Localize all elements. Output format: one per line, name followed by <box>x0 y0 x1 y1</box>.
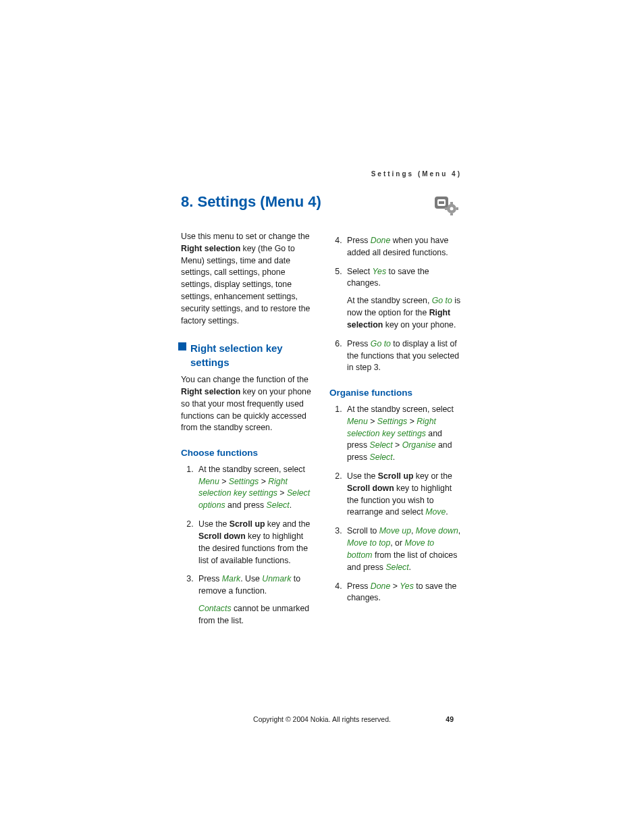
ui-text: Done <box>371 581 390 591</box>
ui-text: Mark <box>222 574 240 583</box>
list-item-note: At the standby screen, Go to is now the … <box>347 295 462 331</box>
text: At the standby screen, <box>347 296 432 305</box>
text-bold: Scroll down <box>347 484 394 493</box>
svg-rect-6 <box>445 207 448 210</box>
text-bold: Right selection <box>181 244 240 253</box>
text: key (the Go to Menu) settings, time and … <box>181 244 310 325</box>
ui-text: Move to top <box>347 538 390 548</box>
heading-text: Right selection key settings <box>190 341 313 371</box>
svg-rect-4 <box>450 202 453 205</box>
copyright-text: Copyright © 2004 Nokia. All rights reser… <box>0 715 644 723</box>
ui-text: Move up <box>379 526 411 536</box>
ui-text: Settings <box>377 417 407 426</box>
text: Use the <box>198 519 230 529</box>
ui-text: Select <box>370 440 393 450</box>
svg-rect-7 <box>456 207 458 210</box>
manual-page: Settings (Menu 4) 8. Settings (Menu 4) U… <box>0 0 644 634</box>
ui-text: Select <box>385 563 408 572</box>
ui-text: Yes <box>400 581 414 591</box>
svg-rect-2 <box>439 201 444 204</box>
text: key on your phone. <box>383 320 456 330</box>
text: Select <box>347 267 373 276</box>
list-item-note: Contacts cannot be unmarked from the lis… <box>198 603 313 627</box>
list-item: At the standby screen, select Menu > Set… <box>196 464 313 512</box>
subsection-heading: Choose functions <box>181 446 313 460</box>
list-item: Use the Scroll up key and the Scroll dow… <box>196 519 313 567</box>
page-number: 49 <box>446 715 454 723</box>
text: . <box>290 500 292 510</box>
settings-icon <box>432 194 460 219</box>
list-item: Press Done > Yes to save the changes. <box>344 581 462 605</box>
text: . <box>393 452 395 462</box>
subsection-heading: Organise functions <box>329 386 462 400</box>
ui-text: Yes <box>373 267 387 276</box>
content-columns: Use this menu to set or change the Right… <box>181 231 462 634</box>
ui-text: Move down <box>416 526 458 536</box>
column-right: Press Done when you have added all desir… <box>329 231 462 634</box>
list-item: Press Go to to display a list of the fun… <box>344 338 462 374</box>
section-heading: Right selection key settings <box>181 341 313 371</box>
ui-text: Go to <box>432 296 452 305</box>
text: Press <box>347 236 371 245</box>
text: At the standby screen, select <box>198 465 305 474</box>
intro-paragraph: Use this menu to set or change the Right… <box>181 231 313 328</box>
section-body: You can change the function of the Right… <box>181 374 313 434</box>
column-left: Use this menu to set or change the Right… <box>181 231 313 634</box>
text: Use this menu to set or change the <box>181 232 310 241</box>
square-bullet-icon <box>178 341 186 350</box>
ui-text: Select <box>267 500 290 510</box>
text: and press <box>225 500 267 510</box>
text: Press <box>347 581 371 591</box>
ui-text: Contacts <box>198 604 232 613</box>
text: At the standby screen, select <box>347 405 454 414</box>
ui-text: Organise <box>402 440 436 450</box>
text: . Use <box>240 574 262 583</box>
ui-text: Unmark <box>262 574 291 583</box>
svg-rect-5 <box>450 213 453 215</box>
text-bold: Scroll down <box>198 531 246 541</box>
ui-text: Go to <box>371 339 391 348</box>
ui-text: Settings <box>229 477 259 486</box>
text: Press <box>347 339 371 348</box>
text: , or <box>390 538 404 548</box>
text: Scroll to <box>347 526 379 536</box>
organise-steps-list: At the standby screen, select Menu > Set… <box>329 404 462 604</box>
list-item: At the standby screen, select Menu > Set… <box>344 404 462 464</box>
ui-text: Select <box>370 452 393 462</box>
text-bold: Scroll up <box>378 471 414 481</box>
text-bold: Scroll up <box>230 519 265 529</box>
text: > <box>390 581 400 591</box>
ui-text: Menu <box>198 477 219 486</box>
ui-text: Menu <box>347 417 368 426</box>
text: key and the <box>265 519 310 529</box>
text: . <box>446 507 448 517</box>
text: > <box>219 477 229 486</box>
running-head: Settings (Menu 4) <box>371 170 462 178</box>
ui-text: Done <box>371 236 390 245</box>
text: Use the <box>347 471 378 481</box>
text: Press <box>198 574 222 583</box>
text: key or the <box>413 471 452 481</box>
list-item: Press Mark. Use Unmark to remove a funct… <box>196 573 313 627</box>
text: You can change the function of the <box>181 375 308 384</box>
text: , <box>411 526 416 536</box>
text: > <box>259 477 268 486</box>
text: > <box>393 440 402 450</box>
list-item: Scroll to Move up, Move down, Move to to… <box>344 525 462 573</box>
list-item: Use the Scroll up key or the Scroll down… <box>344 471 462 519</box>
choose-steps-list-cont: Press Done when you have added all desir… <box>329 235 462 374</box>
text: > <box>368 417 377 426</box>
svg-rect-9 <box>178 342 186 350</box>
list-item: Press Done when you have added all desir… <box>344 235 462 259</box>
svg-point-8 <box>450 207 454 211</box>
choose-steps-list: At the standby screen, select Menu > Set… <box>181 464 313 627</box>
chapter-title: 8. Settings (Menu 4) <box>181 193 462 211</box>
text-bold: Right selection <box>181 387 240 396</box>
page-footer: Copyright © 2004 Nokia. All rights reser… <box>0 715 644 723</box>
text: > <box>407 417 417 426</box>
ui-text: Move <box>425 507 446 517</box>
text: , <box>458 526 460 536</box>
text: > <box>277 488 287 498</box>
list-item: Select Yes to save the changes. At the s… <box>344 266 462 332</box>
text: . <box>409 563 411 572</box>
